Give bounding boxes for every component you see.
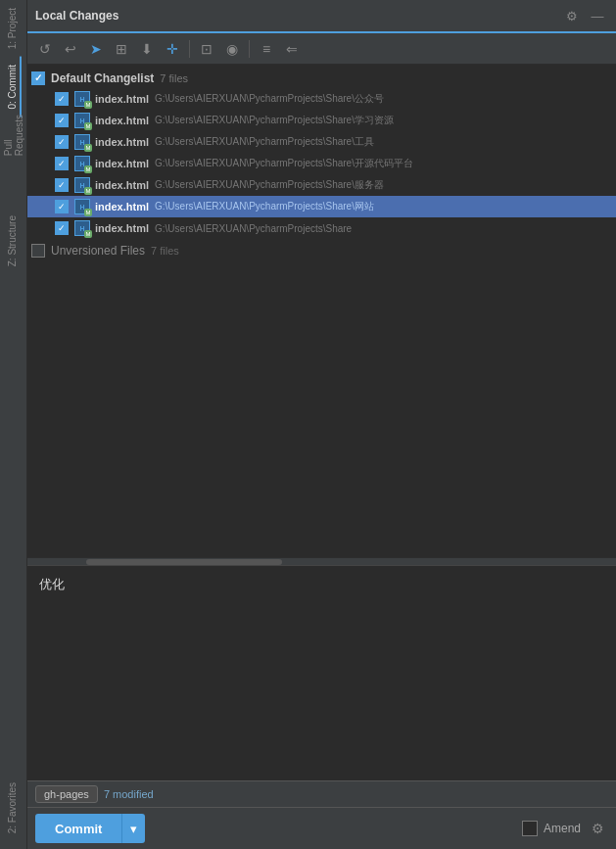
new-changelist-btn[interactable]: ⊞ — [110, 37, 133, 61]
horizontal-scrollbar[interactable] — [27, 557, 616, 565]
expand-all-btn[interactable]: ≡ — [255, 37, 278, 61]
file-name-2: index.html — [95, 136, 149, 148]
file-icon-0: H M — [74, 91, 90, 107]
commit-button[interactable]: Commit — [35, 814, 121, 843]
file-checkbox-6[interactable] — [55, 221, 69, 235]
amend-checkbox[interactable] — [522, 821, 538, 836]
file-name-1: index.html — [95, 115, 149, 126]
commit-btn-row: Commit ▾ Amend ⚙ — [27, 807, 616, 849]
file-name-6: index.html — [95, 222, 149, 234]
panel-title: Local Changes — [35, 9, 118, 23]
file-icon-6: H M — [74, 220, 90, 236]
bottom-bar: gh-pages 7 modified — [27, 780, 616, 807]
modified-overlay: M — [84, 144, 92, 152]
collapse-all-btn[interactable]: ⇐ — [280, 37, 304, 61]
close-panel-btn[interactable]: — — [587, 5, 608, 26]
group-btn[interactable]: ⊡ — [195, 37, 218, 61]
unversioned-count: 7 files — [151, 245, 179, 257]
file-icon-5: H M — [74, 199, 90, 214]
refresh-btn[interactable]: ↺ — [33, 37, 57, 61]
changelist-count: 7 files — [160, 72, 188, 84]
sidebar-item-pull-requests[interactable]: Pull Requests — [0, 121, 27, 149]
modified-overlay: M — [84, 101, 92, 109]
panel-header: Local Changes ⚙ — — [27, 0, 616, 33]
view-options-btn[interactable]: ◉ — [220, 37, 244, 61]
modified-overlay: M — [84, 209, 92, 216]
commit-message-area: 优化 — [27, 565, 616, 780]
unversioned-name: Unversioned Files — [51, 244, 145, 258]
amend-area: Amend ⚙ — [522, 818, 608, 839]
amend-label: Amend — [544, 822, 581, 835]
file-path-6: G:\Users\AIERXUAN\PycharmProjects\Share — [155, 223, 352, 234]
file-checkbox-4[interactable] — [55, 178, 69, 192]
toolbar: ↺ ↩ ➤ ⊞ ⬇ ✛ ⊡ ◉ ≡ ⇐ — [27, 33, 616, 65]
file-checkbox-1[interactable] — [55, 114, 69, 127]
table-row[interactable]: H M index.html G:\Users\AIERXUAN\Pycharm… — [27, 88, 616, 110]
sidebar-item-commit[interactable]: 0: Commit — [5, 57, 22, 118]
commit-dropdown-button[interactable]: ▾ — [121, 814, 145, 843]
sidebar-item-favorites[interactable]: 2: Favorites — [5, 775, 22, 841]
sidebar: 1: Project 0: Commit Pull Requests Z: St… — [0, 0, 27, 849]
unshelve-btn[interactable]: ✛ — [161, 37, 184, 61]
file-tree: Default Changelist 7 files H M index.htm… — [27, 65, 616, 557]
file-name-4: index.html — [95, 179, 149, 191]
file-name-3: index.html — [95, 158, 149, 169]
file-icon-4: H M — [74, 177, 90, 193]
file-path-3: G:\Users\AIERXUAN\PycharmProjects\Share\… — [155, 157, 413, 170]
modified-overlay: M — [84, 187, 92, 195]
file-name-0: index.html — [95, 93, 149, 105]
modified-overlay: M — [84, 230, 92, 238]
modified-overlay: M — [84, 165, 92, 173]
changelist-header[interactable]: Default Changelist 7 files — [27, 69, 616, 88]
table-row[interactable]: H M index.html G:\Users\AIERXUAN\Pycharm… — [27, 217, 616, 239]
settings-icon-btn[interactable]: ⚙ — [561, 5, 583, 26]
table-row[interactable]: H M index.html G:\Users\AIERXUAN\Pycharm… — [27, 196, 616, 217]
sidebar-item-structure[interactable]: Z: Structure — [5, 208, 22, 274]
commit-dropdown-arrow: ▾ — [130, 822, 137, 836]
file-path-4: G:\Users\AIERXUAN\PycharmProjects\Share\… — [155, 178, 384, 192]
header-icons: ⚙ — — [561, 5, 608, 26]
branch-badge[interactable]: gh-pages — [35, 785, 98, 803]
file-path-0: G:\Users\AIERXUAN\PycharmProjects\Share\… — [155, 92, 384, 106]
file-checkbox-5[interactable] — [55, 200, 69, 213]
commit-btn-group: Commit ▾ — [35, 814, 145, 843]
move-btn[interactable]: ➤ — [84, 37, 108, 61]
file-path-5: G:\Users\AIERXUAN\PycharmProjects\Share\… — [155, 200, 374, 213]
sidebar-item-project[interactable]: 1: Project — [5, 0, 22, 57]
commit-message-input[interactable]: 优化 — [27, 566, 616, 772]
modified-badge: 7 modified — [104, 788, 154, 800]
commit-settings-icon[interactable]: ⚙ — [587, 818, 608, 839]
unversioned-checkbox[interactable] — [31, 244, 45, 258]
file-checkbox-2[interactable] — [55, 135, 69, 149]
table-row[interactable]: H M index.html G:\Users\AIERXUAN\Pycharm… — [27, 110, 616, 131]
shelve-btn[interactable]: ⬇ — [135, 37, 159, 61]
file-path-1: G:\Users\AIERXUAN\PycharmProjects\Share\… — [155, 114, 394, 127]
table-row[interactable]: H M index.html G:\Users\AIERXUAN\Pycharm… — [27, 174, 616, 196]
file-path-2: G:\Users\AIERXUAN\PycharmProjects\Share\… — [155, 135, 374, 149]
modified-overlay: M — [84, 122, 92, 130]
changelist-name: Default Changelist — [51, 71, 154, 85]
file-icon-3: H M — [74, 156, 90, 171]
file-name-5: index.html — [95, 201, 149, 212]
file-checkbox-3[interactable] — [55, 157, 69, 170]
toolbar-separator-1 — [189, 40, 190, 58]
table-row[interactable]: H M index.html G:\Users\AIERXUAN\Pycharm… — [27, 153, 616, 174]
file-checkbox-0[interactable] — [55, 92, 69, 106]
changelist-checkbox[interactable] — [31, 71, 45, 85]
rollback-btn[interactable]: ↩ — [59, 37, 82, 61]
main-panel: Local Changes ⚙ — ↺ ↩ ➤ ⊞ ⬇ ✛ ⊡ ◉ ≡ ⇐ De… — [27, 0, 616, 849]
table-row[interactable]: H M index.html G:\Users\AIERXUAN\Pycharm… — [27, 131, 616, 153]
file-icon-1: H M — [74, 113, 90, 128]
toolbar-separator-2 — [249, 40, 250, 58]
file-icon-2: H M — [74, 134, 90, 150]
unversioned-header[interactable]: Unversioned Files 7 files — [27, 241, 616, 260]
